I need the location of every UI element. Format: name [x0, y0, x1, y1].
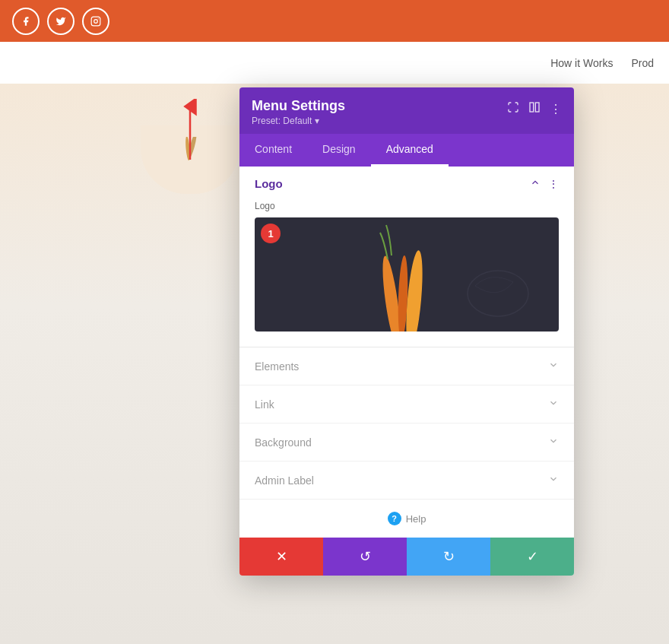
admin-label-label: Admin Label [255, 474, 314, 487]
action-bar: ✕ ↺ ↻ ✓ [239, 538, 574, 576]
svg-rect-8 [535, 103, 539, 112]
panel-body: Logo ⋮ Logo 1 [239, 167, 574, 538]
settings-panel: Menu Settings Preset: Default ▾ ⋮ C [239, 87, 574, 576]
panel-title: Menu Settings [252, 98, 345, 114]
link-label: Link [255, 398, 274, 411]
logo-section-title: Logo [255, 177, 283, 190]
fullscreen-icon[interactable] [507, 101, 519, 116]
nav-link-how-it-works[interactable]: How it Works [550, 57, 613, 69]
save-button[interactable]: ✓ [490, 538, 574, 576]
redo-button[interactable]: ↻ [407, 538, 490, 576]
panel-tabs: Content Design Advanced [239, 134, 574, 167]
collapse-icon[interactable] [530, 177, 541, 190]
logo-field-label: Logo [255, 201, 559, 211]
background-label: Background [255, 436, 312, 449]
svg-point-2 [98, 18, 99, 19]
tab-content[interactable]: Content [239, 134, 307, 167]
logo-section-icons: ⋮ [530, 177, 559, 190]
tab-design[interactable]: Design [307, 134, 371, 167]
svg-point-1 [94, 19, 98, 23]
panel-preset[interactable]: Preset: Default ▾ [252, 116, 345, 126]
svg-rect-7 [530, 103, 534, 112]
nav-bar: How it Works Prod [0, 42, 669, 84]
panel-header-icons: ⋮ [507, 101, 562, 116]
undo-button[interactable]: ↺ [323, 538, 407, 576]
admin-label-row[interactable]: Admin Label [239, 462, 574, 500]
instagram-icon[interactable] [82, 8, 109, 35]
facebook-icon[interactable] [12, 8, 40, 35]
top-bar [0, 0, 669, 42]
logo-badge: 1 [261, 224, 281, 243]
link-row[interactable]: Link [239, 385, 574, 424]
background-chevron [548, 436, 559, 449]
background-row[interactable]: Background [239, 424, 574, 462]
elements-row[interactable]: Elements [239, 347, 574, 385]
main-content: Menu Settings Preset: Default ▾ ⋮ C [0, 84, 669, 644]
logo-image-container[interactable]: 1 [255, 217, 559, 332]
section-more-icon[interactable]: ⋮ [548, 178, 559, 190]
more-options-icon[interactable]: ⋮ [550, 102, 562, 116]
help-label: Help [406, 513, 426, 525]
logo-section-header: Logo ⋮ [239, 167, 574, 201]
elements-label: Elements [255, 360, 299, 373]
elements-chevron [548, 360, 559, 373]
tab-advanced[interactable]: Advanced [371, 134, 449, 167]
red-arrow [182, 99, 198, 170]
twitter-icon[interactable] [47, 8, 75, 35]
svg-rect-0 [91, 17, 100, 26]
panel-header: Menu Settings Preset: Default ▾ ⋮ [239, 87, 574, 134]
help-icon: ? [388, 512, 401, 525]
logo-upload-area: Logo 1 [239, 201, 574, 347]
nav-link-products[interactable]: Prod [631, 57, 654, 69]
admin-label-chevron [548, 474, 559, 487]
columns-icon[interactable] [528, 101, 541, 116]
cancel-button[interactable]: ✕ [239, 538, 323, 576]
logo-section: Logo ⋮ Logo 1 [239, 167, 574, 347]
link-chevron [548, 398, 559, 411]
help-row[interactable]: ? Help [239, 500, 574, 538]
